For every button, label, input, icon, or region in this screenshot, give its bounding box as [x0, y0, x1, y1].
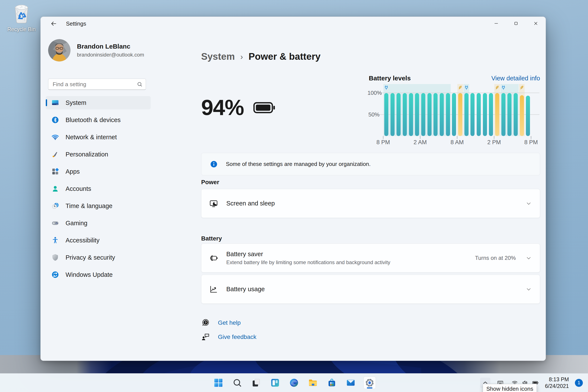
- sidebar-item-windows-update[interactable]: Windows Update: [46, 268, 151, 281]
- battery-saver-card[interactable]: Battery saverExtend battery life by limi…: [201, 244, 540, 272]
- titlebar[interactable]: Settings: [40, 17, 546, 30]
- sidebar-item-gaming[interactable]: Gaming: [46, 216, 151, 230]
- bluetooth-icon: [51, 116, 59, 124]
- taskbar-mail-button[interactable]: [344, 376, 357, 389]
- card-value: Turns on at 20%: [475, 255, 516, 261]
- y-axis-label: 100%: [368, 90, 380, 96]
- battery-usage-card[interactable]: Battery usage: [201, 275, 540, 304]
- sidebar-item-label: Personalization: [66, 151, 108, 158]
- start-icon: [214, 378, 223, 388]
- user-profile[interactable]: Brandon LeBlanc brandoninsider@outlook.c…: [48, 39, 144, 62]
- sidebar-nav: SystemBluetooth & devicesNetwork & inter…: [46, 96, 151, 285]
- chevron-down-icon: [526, 255, 532, 261]
- sidebar-item-accounts[interactable]: Accounts: [46, 182, 151, 195]
- sidebar-item-label: Network & internet: [66, 134, 117, 141]
- maximize-button[interactable]: [506, 17, 526, 30]
- breadcrumb-separator-icon: ›: [240, 52, 243, 62]
- leaf-icon: [519, 85, 524, 90]
- close-button[interactable]: [526, 17, 546, 30]
- x-axis-tick: [457, 136, 457, 139]
- sidebar-item-personalization[interactable]: Personalization: [46, 148, 151, 161]
- sidebar-item-bluetooth-devices[interactable]: Bluetooth & devices: [46, 113, 151, 126]
- sidebar-item-label: Gaming: [66, 220, 88, 227]
- taskbar-store-button[interactable]: [326, 376, 338, 389]
- breadcrumb-system[interactable]: System: [201, 51, 235, 62]
- sidebar-item-system[interactable]: System: [46, 96, 151, 110]
- windows-update-icon: [51, 271, 59, 278]
- sidebar-item-label: Apps: [66, 168, 80, 175]
- x-axis-label: 2 PM: [480, 139, 508, 146]
- sidebar-item-label: Bluetooth & devices: [66, 116, 120, 124]
- x-axis-tick: [531, 136, 531, 139]
- battery-level-bar: [526, 96, 530, 136]
- get-help-link[interactable]: ?Get help: [201, 318, 241, 327]
- widgets-icon: [270, 378, 280, 388]
- settings-gear-icon: [365, 378, 374, 388]
- edge-icon: [289, 378, 299, 388]
- sidebar-item-privacy-security[interactable]: Privacy & security: [46, 251, 151, 264]
- clock[interactable]: 8:13 PM 6/24/2021: [545, 376, 569, 390]
- battery-level-bar: [390, 93, 394, 136]
- taskbar-start-button[interactable]: [212, 376, 224, 389]
- sidebar-item-accessibility[interactable]: Accessibility: [46, 234, 151, 247]
- mail-icon: [346, 378, 356, 388]
- battery-level-bar: [514, 93, 518, 136]
- x-axis-tick: [420, 136, 420, 139]
- x-axis-tick: [383, 136, 384, 139]
- open-app-indicator: [367, 387, 372, 388]
- gaming-icon: [51, 219, 59, 227]
- svg-text:?: ?: [205, 321, 207, 324]
- screen-and-sleep-card[interactable]: Screen and sleep: [201, 189, 540, 218]
- taskbar-widgets-button[interactable]: [269, 376, 281, 389]
- chart-title: Battery levels: [369, 74, 411, 82]
- maximize-icon: [514, 21, 518, 26]
- minimize-button[interactable]: [486, 17, 506, 30]
- main-content: System › Power & battery 94% Battery lev…: [153, 30, 546, 361]
- time-language-icon: [51, 202, 59, 210]
- give-feedback-icon: [201, 333, 210, 341]
- taskbar-search-icon: [232, 378, 242, 388]
- sidebar-item-label: Windows Update: [66, 271, 112, 278]
- sidebar-item-network-internet[interactable]: Network & internet: [46, 130, 151, 144]
- taskbar-file-explorer-button[interactable]: [307, 376, 319, 389]
- battery-level-bar: [502, 93, 506, 136]
- banner-text: Some of these settings are managed by yo…: [226, 161, 371, 168]
- battery-saver-icon: [209, 254, 218, 262]
- page-title: Power & battery: [249, 51, 321, 62]
- view-detailed-info-link[interactable]: View detailed info: [491, 75, 540, 82]
- battery-level-bar: [396, 93, 400, 136]
- recycle-bin-shortcut[interactable]: Recycle Bin: [5, 3, 38, 32]
- settings-window: Settings: [40, 16, 546, 361]
- battery-level-bar: [428, 93, 432, 136]
- battery-level-bar: [508, 93, 512, 136]
- taskbar-edge-button[interactable]: [288, 376, 300, 389]
- battery-usage-icon: [209, 285, 218, 294]
- taskbar-search-button[interactable]: [231, 376, 244, 389]
- x-axis-label: 8 PM: [369, 139, 397, 146]
- battery-level-bar: [495, 93, 499, 136]
- link-label: Give feedback: [218, 334, 256, 340]
- battery-level-bar: [520, 95, 524, 136]
- taskbar-task-view-button[interactable]: [250, 376, 262, 389]
- battery-percent: 94%: [201, 95, 244, 120]
- sidebar-item-time-language[interactable]: Time & language: [46, 199, 151, 212]
- battery-level-bar: [415, 93, 419, 136]
- sidebar-item-label: System: [66, 99, 86, 106]
- search-input[interactable]: [52, 81, 137, 88]
- section-battery: Battery: [201, 235, 222, 242]
- card-description: Extend battery life by limiting some not…: [226, 260, 475, 266]
- back-button[interactable]: [49, 19, 59, 28]
- sidebar-item-apps[interactable]: Apps: [46, 165, 151, 178]
- chart-plot: 100%50%8 PM2 AM8 AM2 PM8 PM: [369, 84, 540, 157]
- task-view-icon: [251, 378, 261, 388]
- battery-level-bar: [483, 93, 487, 136]
- avatar: [48, 39, 70, 62]
- give-feedback-link[interactable]: Give feedback: [201, 333, 256, 341]
- taskbar-settings-button[interactable]: [364, 376, 376, 389]
- sidebar-item-label: Time & language: [66, 202, 112, 210]
- plug-icon: [464, 85, 469, 90]
- search-icon: [137, 81, 143, 87]
- settings-search[interactable]: [48, 79, 146, 90]
- notification-badge[interactable]: 1: [575, 379, 583, 387]
- get-help-icon: ?: [201, 318, 210, 327]
